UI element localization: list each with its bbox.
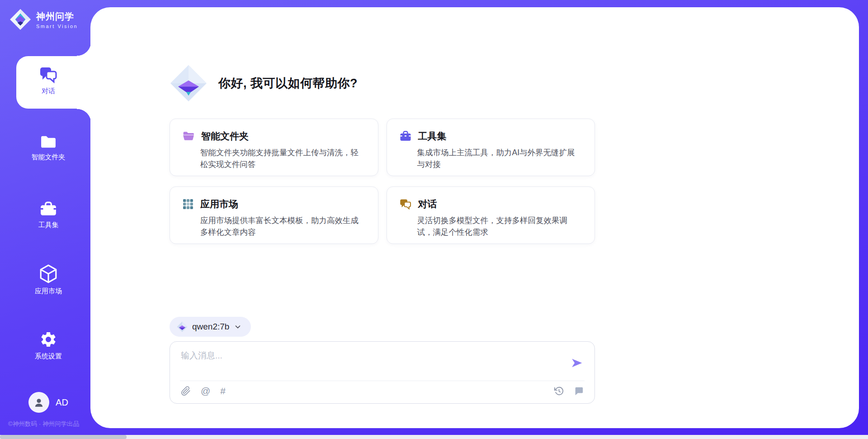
- chevron-down-icon: [234, 323, 242, 331]
- sidebar-item-label: 工具集: [0, 221, 97, 229]
- toolbox-icon: [400, 131, 411, 142]
- card-toolset[interactable]: 工具集 集成市场上主流工具，助力AI与外界无缝扩展与对接: [387, 119, 595, 176]
- brand-name: 神州问学: [36, 10, 78, 23]
- card-description: 智能文件夹功能支持批量文件上传与清洗，轻松实现文件问答: [200, 147, 365, 171]
- model-selector[interactable]: qwen2:7b: [170, 317, 251, 337]
- brand-logo: 神州问学 Smart Vision: [9, 8, 78, 31]
- card-title: 工具集: [418, 130, 447, 143]
- cube-icon: [0, 264, 97, 283]
- sidebar-item-settings[interactable]: 系统设置: [0, 330, 97, 361]
- mention-icon[interactable]: @: [201, 386, 210, 396]
- avatar: [28, 392, 49, 413]
- composer-toolbar: @ #: [181, 386, 584, 396]
- chat-bubble-icon[interactable]: [574, 386, 584, 396]
- message-input[interactable]: [181, 350, 561, 376]
- card-title: 应用市场: [200, 198, 238, 210]
- sidebar-footer: ©神州数码 · 神州问学出品: [8, 420, 79, 428]
- model-diamond-icon: [177, 321, 188, 332]
- card-chat[interactable]: 对话 灵活切换多模型文件，支持多样回复效果调试，满足个性化需求: [387, 186, 595, 244]
- history-icon[interactable]: [554, 386, 564, 396]
- user-initials: AD: [56, 397, 68, 408]
- model-name: qwen2:7b: [192, 322, 229, 332]
- message-composer: @ #: [170, 341, 595, 404]
- sidebar-item-chat[interactable]: 对话: [0, 66, 97, 95]
- grid-icon: [183, 199, 193, 210]
- card-description: 应用市场提供丰富长文本模板，助力高效生成多样化文章内容: [200, 215, 365, 239]
- sidebar-item-label: 系统设置: [0, 352, 97, 361]
- sidebar-item-label: 智能文件夹: [0, 153, 97, 162]
- folder-open-icon: [183, 131, 194, 142]
- greeting: 你好, 我可以如何帮助你?: [170, 64, 358, 102]
- card-smart-folder[interactable]: 智能文件夹 智能文件夹功能支持批量文件上传与清洗，轻松实现文件问答: [170, 119, 378, 176]
- sidebar-item-label: 对话: [0, 87, 97, 95]
- card-title: 智能文件夹: [201, 130, 249, 143]
- attachment-icon[interactable]: [181, 386, 191, 396]
- sidebar-item-smart-folder[interactable]: 智能文件夹: [0, 134, 97, 162]
- brand-subtitle: Smart Vision: [36, 24, 78, 29]
- card-description: 灵活切换多模型文件，支持多样回复效果调试，满足个性化需求: [417, 215, 582, 239]
- assistant-diamond-icon: [170, 64, 208, 102]
- toolbox-icon: [0, 201, 97, 217]
- chat-icon: [0, 66, 97, 83]
- sidebar-item-toolset[interactable]: 工具集: [0, 201, 97, 229]
- feature-cards: 智能文件夹 智能文件夹功能支持批量文件上传与清洗，轻松实现文件问答 工具集 集成…: [170, 119, 595, 244]
- card-description: 集成市场上主流工具，助力AI与外界无缝扩展与对接: [417, 147, 582, 171]
- sidebar-item-label: 应用市场: [0, 287, 97, 296]
- tab-fillet-bottom: [77, 109, 91, 123]
- brand-diamond-icon: [9, 8, 32, 31]
- gear-icon: [0, 330, 97, 348]
- user-account[interactable]: AD: [0, 392, 97, 413]
- composer-divider: [180, 381, 585, 381]
- send-icon[interactable]: [571, 357, 583, 369]
- scrollbar-thumb[interactable]: [0, 435, 127, 439]
- folder-icon: [0, 134, 97, 149]
- hashtag-icon[interactable]: #: [220, 386, 226, 396]
- greeting-title: 你好, 我可以如何帮助你?: [218, 75, 358, 91]
- chat-icon: [400, 199, 411, 210]
- tab-fillet-top: [77, 42, 91, 56]
- sidebar: 神州问学 Smart Vision 对话 智能文件夹: [0, 0, 97, 439]
- sidebar-item-app-market[interactable]: 应用市场: [0, 264, 97, 296]
- horizontal-scrollbar[interactable]: [0, 435, 868, 439]
- card-title: 对话: [418, 198, 437, 210]
- card-app-market[interactable]: 应用市场 应用市场提供丰富长文本模板，助力高效生成多样化文章内容: [170, 186, 378, 244]
